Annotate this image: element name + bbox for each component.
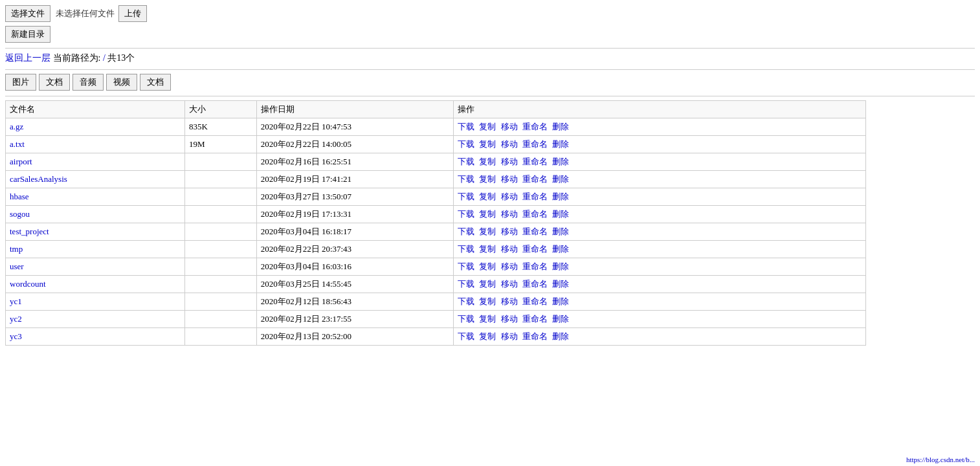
cell-ops: 下载 复制 移动 重命名 删除 <box>454 118 866 136</box>
op-delete-link[interactable]: 删除 <box>552 227 569 236</box>
cell-date: 2020年02月22日 10:47:53 <box>256 118 454 136</box>
filter-audio[interactable]: 音频 <box>72 74 104 91</box>
op-rename-link[interactable]: 重命名 <box>522 244 548 254</box>
op-download-link[interactable]: 下载 <box>458 296 474 306</box>
cell-name: wordcount <box>6 276 185 293</box>
op-download-link[interactable]: 下载 <box>458 314 474 324</box>
op-copy-link[interactable]: 复制 <box>479 157 496 166</box>
op-delete-link[interactable]: 删除 <box>552 139 569 149</box>
op-delete-link[interactable]: 删除 <box>552 244 569 254</box>
op-copy-link[interactable]: 复制 <box>479 244 496 254</box>
op-copy-link[interactable]: 复制 <box>479 296 496 306</box>
col-header-ops: 操作 <box>454 101 866 118</box>
op-download-link[interactable]: 下载 <box>458 261 474 271</box>
op-delete-link[interactable]: 删除 <box>552 174 569 184</box>
op-rename-link[interactable]: 重命名 <box>522 314 548 324</box>
op-copy-link[interactable]: 复制 <box>479 261 496 271</box>
op-download-link[interactable]: 下载 <box>458 157 474 166</box>
op-rename-link[interactable]: 重命名 <box>522 157 548 166</box>
op-download-link[interactable]: 下载 <box>458 331 474 341</box>
file-name-link[interactable]: a.gz <box>10 122 23 131</box>
op-delete-link[interactable]: 删除 <box>552 279 569 289</box>
op-move-link[interactable]: 移动 <box>501 174 518 184</box>
cell-name: airport <box>6 153 185 171</box>
op-delete-link[interactable]: 删除 <box>552 192 569 201</box>
file-name-link[interactable]: wordcount <box>10 279 46 289</box>
cell-date: 2020年02月22日 20:37:43 <box>256 241 454 258</box>
new-folder-button[interactable]: 新建目录 <box>5 26 50 43</box>
op-copy-link[interactable]: 复制 <box>479 122 496 131</box>
op-download-link[interactable]: 下载 <box>458 139 474 149</box>
file-name-link[interactable]: test_project <box>10 227 49 236</box>
op-download-link[interactable]: 下载 <box>458 122 474 131</box>
file-name-link[interactable]: carSalesAnalysis <box>10 174 67 184</box>
toolbar-row1: 选择文件 未选择任何文件 上传 <box>5 5 975 22</box>
op-rename-link[interactable]: 重命名 <box>522 192 548 201</box>
op-delete-link[interactable]: 删除 <box>552 261 569 271</box>
op-download-link[interactable]: 下载 <box>458 174 474 184</box>
file-name-link[interactable]: user <box>10 261 24 271</box>
file-name-link[interactable]: tmp <box>10 244 23 254</box>
op-rename-link[interactable]: 重命名 <box>522 174 548 184</box>
file-name-link[interactable]: hbase <box>10 192 29 201</box>
op-copy-link[interactable]: 复制 <box>479 314 496 324</box>
op-rename-link[interactable]: 重命名 <box>522 261 548 271</box>
op-download-link[interactable]: 下载 <box>458 209 474 219</box>
cell-date: 2020年03月04日 16:18:17 <box>256 223 454 241</box>
op-delete-link[interactable]: 删除 <box>552 331 569 341</box>
col-header-date: 操作日期 <box>256 101 454 118</box>
op-download-link[interactable]: 下载 <box>458 279 474 289</box>
op-move-link[interactable]: 移动 <box>501 122 518 131</box>
op-rename-link[interactable]: 重命名 <box>522 331 548 341</box>
op-download-link[interactable]: 下载 <box>458 227 474 236</box>
op-move-link[interactable]: 移动 <box>501 244 518 254</box>
op-move-link[interactable]: 移动 <box>501 157 518 166</box>
op-move-link[interactable]: 移动 <box>501 139 518 149</box>
op-delete-link[interactable]: 删除 <box>552 296 569 306</box>
op-copy-link[interactable]: 复制 <box>479 174 496 184</box>
back-link[interactable]: 返回上一层 <box>5 53 50 63</box>
filter-image[interactable]: 图片 <box>5 74 36 91</box>
op-move-link[interactable]: 移动 <box>501 314 518 324</box>
current-path-link[interactable]: / <box>103 53 106 63</box>
op-rename-link[interactable]: 重命名 <box>522 139 548 149</box>
filter-video[interactable]: 视频 <box>106 74 137 91</box>
op-move-link[interactable]: 移动 <box>501 209 518 219</box>
file-name-link[interactable]: yc1 <box>10 296 22 306</box>
op-move-link[interactable]: 移动 <box>501 331 518 341</box>
op-copy-link[interactable]: 复制 <box>479 139 496 149</box>
file-name-link[interactable]: airport <box>10 157 32 166</box>
op-download-link[interactable]: 下载 <box>458 192 474 201</box>
op-delete-link[interactable]: 删除 <box>552 157 569 166</box>
file-name-link[interactable]: yc3 <box>10 331 22 341</box>
op-move-link[interactable]: 移动 <box>501 261 518 271</box>
op-rename-link[interactable]: 重命名 <box>522 227 548 236</box>
op-delete-link[interactable]: 删除 <box>552 314 569 324</box>
divider1 <box>5 48 975 49</box>
op-rename-link[interactable]: 重命名 <box>522 279 548 289</box>
file-name-link[interactable]: yc2 <box>10 314 22 324</box>
op-delete-link[interactable]: 删除 <box>552 209 569 219</box>
op-rename-link[interactable]: 重命名 <box>522 122 548 131</box>
op-move-link[interactable]: 移动 <box>501 192 518 201</box>
op-move-link[interactable]: 移动 <box>501 279 518 289</box>
op-download-link[interactable]: 下载 <box>458 244 474 254</box>
filter-doc2[interactable]: 文档 <box>140 74 171 91</box>
op-move-link[interactable]: 移动 <box>501 227 518 236</box>
op-copy-link[interactable]: 复制 <box>479 209 496 219</box>
filter-doc1[interactable]: 文档 <box>39 74 70 91</box>
file-name-link[interactable]: a.txt <box>10 139 25 149</box>
op-copy-link[interactable]: 复制 <box>479 192 496 201</box>
select-file-button[interactable]: 选择文件 <box>5 5 50 22</box>
op-rename-link[interactable]: 重命名 <box>522 209 548 219</box>
cell-ops: 下载 复制 移动 重命名 删除 <box>454 188 866 206</box>
cell-size <box>184 311 256 328</box>
upload-button[interactable]: 上传 <box>118 5 147 22</box>
op-delete-link[interactable]: 删除 <box>552 122 569 131</box>
op-move-link[interactable]: 移动 <box>501 296 518 306</box>
op-copy-link[interactable]: 复制 <box>479 279 496 289</box>
file-name-link[interactable]: sogou <box>10 209 30 219</box>
op-rename-link[interactable]: 重命名 <box>522 296 548 306</box>
op-copy-link[interactable]: 复制 <box>479 331 496 341</box>
op-copy-link[interactable]: 复制 <box>479 227 496 236</box>
